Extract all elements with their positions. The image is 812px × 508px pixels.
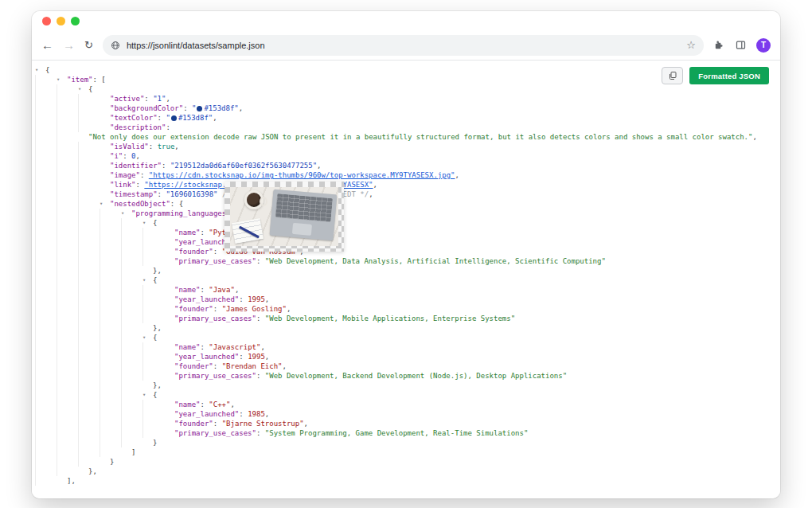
gutter-spacer xyxy=(121,447,131,457)
laptop-shape xyxy=(270,190,338,241)
indent-guide xyxy=(35,390,57,400)
code-token: }, xyxy=(153,324,162,332)
zoom-window-button[interactable] xyxy=(71,17,80,25)
indent-guide xyxy=(35,457,57,467)
indent-guide xyxy=(57,409,78,419)
indent-guide xyxy=(142,247,164,256)
collapse-arrow-icon[interactable]: ▾ xyxy=(142,333,153,342)
code-token: "year_launched" xyxy=(174,410,239,418)
code-line: ], xyxy=(35,476,780,486)
indent-guide xyxy=(121,285,142,295)
indent-guide xyxy=(121,323,142,333)
indent-guide xyxy=(35,84,57,94)
code-line: "name": "Python", xyxy=(35,228,780,237)
copy-json-button[interactable] xyxy=(662,67,683,84)
collapse-arrow-icon[interactable]: ▾ xyxy=(142,390,153,400)
collapse-arrow-icon[interactable]: ▾ xyxy=(121,209,131,218)
gutter-spacer xyxy=(164,304,174,314)
gutter-spacer xyxy=(100,161,110,170)
address-bar[interactable]: https://jsonlint/datasets/sample.json ☆ xyxy=(103,35,704,56)
collapse-arrow-icon[interactable]: ▾ xyxy=(57,75,67,84)
indent-guide xyxy=(100,352,121,361)
indent-guide xyxy=(100,428,121,438)
gutter-spacer xyxy=(164,237,174,247)
indent-guide xyxy=(78,361,100,371)
indent-guide xyxy=(100,361,121,371)
indent-guide xyxy=(121,419,142,428)
code-token: "identifier" xyxy=(110,162,162,170)
indent-guide xyxy=(57,256,78,266)
indent-guide xyxy=(35,199,57,209)
indent-guide xyxy=(35,295,57,304)
indent-guide xyxy=(121,228,142,237)
indent-guide xyxy=(57,314,78,323)
collapse-arrow-icon[interactable]: ▾ xyxy=(142,275,153,285)
coffee-cup-shape xyxy=(244,190,264,209)
indent-guide xyxy=(78,113,100,123)
indent-guide xyxy=(57,94,78,104)
json-link[interactable]: "https://cdn.stocksnap.io/img-thumbs/960… xyxy=(149,171,455,179)
forward-button[interactable]: → xyxy=(63,39,75,51)
code-token: "backgroundColor" xyxy=(110,104,183,112)
code-token: } xyxy=(153,439,157,447)
indent-guide xyxy=(57,285,78,295)
code-token: "1696016398" xyxy=(166,190,217,198)
indent-guide xyxy=(121,342,142,352)
indent-guide xyxy=(57,84,78,94)
code-token: , xyxy=(235,286,239,294)
collapse-arrow-icon[interactable]: ▾ xyxy=(142,218,153,228)
code-token: "programming_languages" xyxy=(131,209,231,217)
close-window-button[interactable] xyxy=(42,17,51,25)
code-line: }, xyxy=(35,467,780,476)
code-line: ▾{ xyxy=(35,333,780,342)
indent-guide xyxy=(121,352,142,361)
formatted-json-button[interactable]: Formatted JSON xyxy=(689,67,769,84)
gutter-spacer xyxy=(100,104,110,113)
indent-guide xyxy=(35,180,57,190)
code-token: { xyxy=(88,85,92,93)
code-line: "name": "C++", xyxy=(35,400,780,409)
code-token: "C++" xyxy=(209,401,230,408)
reload-button[interactable]: ↻ xyxy=(84,40,93,50)
code-token: "James Gosling" xyxy=(222,305,287,313)
code-token: true xyxy=(158,143,175,150)
code-token: "1" xyxy=(153,95,166,103)
code-token: : xyxy=(136,181,145,189)
indent-guide xyxy=(35,467,57,476)
code-token: : xyxy=(239,353,248,361)
gutter-spacer xyxy=(100,94,110,104)
code-line: "isValid": true, xyxy=(35,142,780,151)
collapse-arrow-icon[interactable]: ▾ xyxy=(78,84,88,94)
extensions-icon[interactable] xyxy=(713,39,725,51)
collapse-arrow-icon[interactable]: ▾ xyxy=(100,199,110,209)
gutter-spacer xyxy=(164,428,174,438)
profile-avatar[interactable]: T xyxy=(756,38,771,53)
code-token: : xyxy=(213,362,222,370)
code-token: "image" xyxy=(110,171,140,179)
code-token: : xyxy=(213,305,222,313)
indent-guide xyxy=(35,447,57,457)
back-button[interactable]: ← xyxy=(41,39,53,51)
indent-guide xyxy=(142,342,164,352)
code-token: "Bjarne Stroustrup" xyxy=(222,420,304,428)
indent-guide xyxy=(78,428,100,438)
gutter-spacer xyxy=(164,228,174,237)
indent-guide xyxy=(57,457,78,467)
indent-guide xyxy=(78,209,100,218)
code-token: "item" xyxy=(67,76,93,84)
indent-guide xyxy=(142,285,164,295)
collapse-arrow-icon[interactable]: ▾ xyxy=(35,65,45,75)
indent-guide xyxy=(57,142,78,151)
side-panel-icon[interactable] xyxy=(735,39,747,51)
code-token: , xyxy=(369,190,373,198)
minimize-window-button[interactable] xyxy=(57,17,65,25)
code-line: "image": "https://cdn.stocksnap.io/img-t… xyxy=(35,170,780,180)
indent-guide xyxy=(100,228,121,237)
indent-guide xyxy=(100,314,121,323)
code-line: "identifier": "219512da0d6af60ef0362f563… xyxy=(35,161,780,170)
gutter-spacer xyxy=(100,151,110,161)
indent-guide xyxy=(57,323,78,333)
indent-guide xyxy=(142,256,164,266)
bookmark-star-icon[interactable]: ☆ xyxy=(686,40,696,50)
code-token: "Not only does our extension decode raw … xyxy=(88,133,752,141)
